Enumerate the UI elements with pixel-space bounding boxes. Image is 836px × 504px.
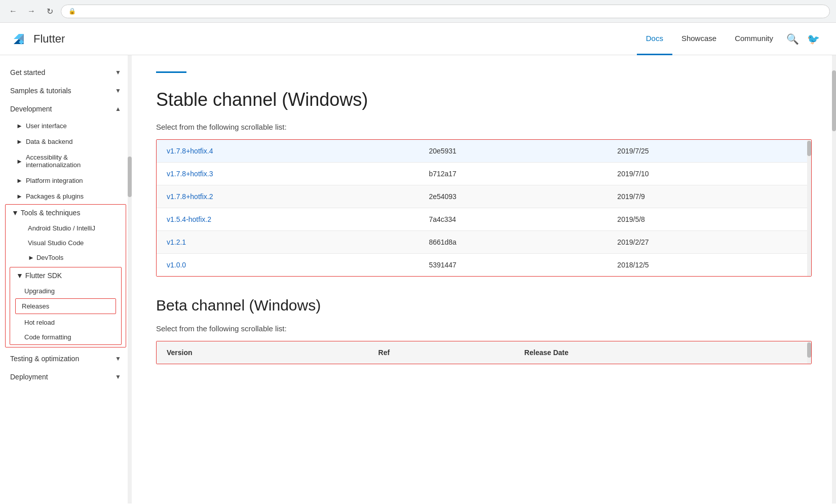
beta-table-scrollbar-thumb	[807, 342, 811, 358]
forward-button[interactable]: →	[24, 4, 39, 18]
version-cell[interactable]: v1.5.4-hotfix.2	[157, 208, 419, 231]
sidebar-scrollbar[interactable]	[128, 55, 132, 503]
sidebar-item-accessibility[interactable]: ► Accessibility & internationalization	[0, 149, 131, 173]
version-cell[interactable]: v1.2.1	[157, 231, 419, 254]
back-button[interactable]: ←	[6, 4, 20, 18]
beta-col-version: Version	[157, 341, 368, 364]
date-cell: 2019/7/25	[607, 140, 811, 163]
version-link[interactable]: v1.5.4-hotfix.2	[167, 215, 211, 223]
vscode-label: Visual Studio Code	[28, 239, 84, 247]
stable-select-hint: Select from the following scrollable lis…	[156, 123, 812, 131]
code-formatting-label: Code formatting	[24, 333, 71, 341]
ref-cell: b712a17	[419, 163, 607, 185]
version-cell[interactable]: v1.7.8+hotfix.3	[157, 163, 419, 185]
beta-col-date: Release Date	[514, 341, 811, 364]
sidebar-item-packages-plugins[interactable]: ► Packages & plugins	[0, 188, 131, 204]
sidebar-wrapper: Get started ▼ Samples & tutorials ▼ Deve…	[0, 55, 132, 503]
sidebar-item-testing-label: Testing & optimization	[10, 355, 79, 363]
sidebar-item-accessibility-label: Accessibility & internationalization	[26, 153, 121, 169]
stable-table-scrollbar[interactable]	[807, 140, 811, 276]
upgrading-label: Upgrading	[24, 287, 55, 295]
date-cell: 2018/12/5	[607, 254, 811, 277]
version-link[interactable]: v1.7.8+hotfix.2	[167, 192, 213, 201]
get-started-arrow-icon: ▼	[115, 69, 121, 76]
version-link[interactable]: v1.0.0	[167, 261, 186, 269]
flutter-sdk-box: ▼ Flutter SDK Upgrading Releases	[10, 267, 122, 345]
twitter-button[interactable]: 🐦	[803, 29, 824, 49]
sidebar-item-hot-reload[interactable]: Hot reload	[10, 315, 121, 330]
sidebar-item-user-interface[interactable]: ► User interface	[0, 118, 131, 134]
flutter-sdk-arrow-icon: ▼	[16, 272, 23, 280]
testing-arrow-icon: ▼	[115, 355, 121, 362]
table-row: v1.7.8+hotfix.3b712a172019/7/10	[157, 163, 811, 185]
app: Flutter Docs Showcase Community 🔍 🐦 Get …	[0, 23, 836, 503]
logo[interactable]: Flutter	[12, 31, 65, 47]
releases-box: Releases	[15, 298, 116, 314]
sidebar-item-android-studio[interactable]: Android Studio / IntelliJ	[6, 221, 126, 236]
sidebar-item-code-formatting[interactable]: Code formatting	[10, 330, 121, 344]
version-cell[interactable]: v1.7.8+hotfix.4	[157, 140, 419, 163]
tools-techniques-box: ▼ Tools & techniques Android Studio / In…	[5, 204, 126, 347]
ref-cell: 7a4c334	[419, 208, 607, 231]
ref-cell: 8661d8a	[419, 231, 607, 254]
sidebar-item-flutter-sdk[interactable]: ▼ Flutter SDK	[10, 267, 121, 284]
version-link[interactable]: v1.7.8+hotfix.4	[167, 147, 213, 155]
expand-icon: ►	[16, 138, 23, 145]
search-icon: 🔍	[786, 33, 799, 45]
main-content: Stable channel (Windows) Select from the…	[132, 55, 836, 384]
content-area: Get started ▼ Samples & tutorials ▼ Deve…	[0, 55, 836, 503]
version-link[interactable]: v1.2.1	[167, 238, 186, 246]
version-cell[interactable]: v1.0.0	[157, 254, 419, 277]
ref-cell: 5391447	[419, 254, 607, 277]
releases-label: Releases	[22, 302, 49, 310]
flutter-sdk-label: Flutter SDK	[25, 272, 62, 280]
sidebar-item-releases[interactable]: Releases	[16, 299, 116, 314]
twitter-icon: 🐦	[807, 33, 820, 45]
sidebar-item-platform-integration[interactable]: ► Platform integration	[0, 173, 131, 188]
expand-icon: ►	[16, 192, 23, 200]
nav-community[interactable]: Community	[726, 23, 782, 55]
sidebar-item-devtools[interactable]: ► DevTools	[6, 250, 126, 265]
sidebar-item-get-started[interactable]: Get started ▼	[0, 63, 131, 82]
nav-links: Docs Showcase Community 🔍 🐦	[637, 23, 824, 55]
stable-channel-title: Stable channel (Windows)	[156, 89, 812, 110]
lock-icon: 🔒	[68, 8, 76, 15]
sidebar-item-data-backend-label: Data & backend	[26, 138, 73, 145]
browser-chrome: ← → ↻ 🔒 https://flutter.dev/docs/develop…	[0, 0, 836, 23]
sidebar-item-data-backend[interactable]: ► Data & backend	[0, 134, 131, 149]
sidebar-item-development[interactable]: Development ▲	[0, 100, 131, 118]
sidebar-item-user-interface-label: User interface	[26, 122, 67, 130]
nav-docs[interactable]: Docs	[637, 23, 672, 55]
sidebar: Get started ▼ Samples & tutorials ▼ Deve…	[0, 55, 132, 394]
sidebar-item-testing[interactable]: Testing & optimization ▼	[0, 350, 131, 368]
sidebar-item-tools-techniques[interactable]: ▼ Tools & techniques	[6, 205, 126, 221]
sidebar-item-deployment[interactable]: Deployment ▼	[0, 368, 131, 386]
table-row: v1.7.8+hotfix.420e59312019/7/25	[157, 140, 811, 163]
sidebar-item-samples-label: Samples & tutorials	[10, 87, 71, 95]
version-link[interactable]: v1.7.8+hotfix.3	[167, 170, 213, 178]
expand-icon: ►	[16, 122, 23, 130]
development-arrow-icon: ▲	[115, 105, 121, 112]
stable-table-scrollbar-thumb	[807, 141, 811, 156]
sidebar-item-upgrading[interactable]: Upgrading	[10, 284, 121, 298]
logo-text: Flutter	[33, 32, 65, 46]
beta-releases-table-wrapper: Version Ref Release Date	[156, 341, 812, 364]
beta-table-scrollbar[interactable]	[807, 341, 811, 364]
nav-showcase[interactable]: Showcase	[672, 23, 726, 55]
ref-cell: 20e5931	[419, 140, 607, 163]
hot-reload-label: Hot reload	[24, 319, 55, 326]
sidebar-item-packages-plugins-label: Packages & plugins	[26, 192, 84, 200]
date-cell: 2019/5/8	[607, 208, 811, 231]
sidebar-item-samples[interactable]: Samples & tutorials ▼	[0, 82, 131, 100]
beta-select-hint: Select from the following scrollable lis…	[156, 324, 812, 333]
sidebar-item-tools-techniques-label: Tools & techniques	[21, 209, 81, 217]
samples-arrow-icon: ▼	[115, 87, 121, 94]
main-scrollbar[interactable]	[832, 55, 836, 503]
search-button[interactable]: 🔍	[782, 29, 803, 49]
url-input[interactable]: https://flutter.dev/docs/development/too…	[79, 8, 822, 15]
tools-expand-icon: ▼	[12, 209, 19, 217]
sidebar-item-vscode[interactable]: Visual Studio Code	[6, 236, 126, 250]
sidebar-item-development-label: Development	[10, 105, 52, 113]
version-cell[interactable]: v1.7.8+hotfix.2	[157, 185, 419, 208]
refresh-button[interactable]: ↻	[43, 4, 57, 18]
